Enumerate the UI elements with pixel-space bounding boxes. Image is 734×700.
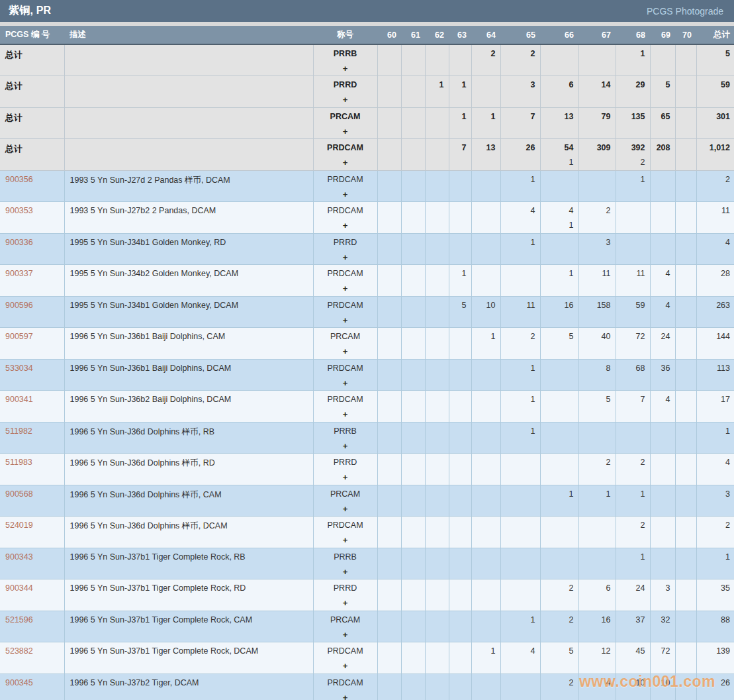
grade-count-cell bbox=[675, 265, 696, 297]
grade-count-cell: 5 bbox=[650, 76, 675, 108]
grade-count-cell bbox=[449, 611, 471, 642]
coin-description-cell: 1996 5 Yn Sun-J36d Dolphins 样币, RD bbox=[64, 454, 313, 485]
grade-count bbox=[403, 552, 420, 562]
grade-count-cell bbox=[401, 517, 425, 548]
pcgs-number-link[interactable]: 900597 bbox=[5, 332, 33, 341]
plus-designation-link[interactable]: + bbox=[314, 378, 377, 388]
pcgs-number-link[interactable]: 900336 bbox=[5, 238, 33, 247]
pcgs-number-link[interactable]: 900341 bbox=[5, 395, 33, 404]
grade-count bbox=[403, 49, 420, 59]
plus-designation-link[interactable]: + bbox=[314, 64, 377, 74]
plus-designation-link[interactable]: + bbox=[314, 598, 377, 608]
grade-count bbox=[677, 269, 692, 279]
plus-designation-link[interactable]: + bbox=[314, 346, 377, 356]
table-row: 5330341996 5 Yn Sun-J36b1 Baiji Dolphins… bbox=[0, 359, 734, 391]
plus-designation-link[interactable]: + bbox=[314, 441, 377, 451]
grade-count-cell bbox=[425, 422, 449, 454]
grade-count bbox=[618, 238, 645, 248]
grade-count-cell: 1 bbox=[578, 485, 616, 517]
grade-count bbox=[677, 238, 692, 248]
column-header-description: 描述 bbox=[64, 26, 313, 44]
plus-designation-link[interactable]: + bbox=[314, 252, 377, 262]
plus-designation-link[interactable]: + bbox=[314, 126, 377, 136]
plus-designation-link[interactable]: + bbox=[314, 472, 377, 482]
grade-count-cell: 7 bbox=[449, 139, 471, 171]
plus-designation-link[interactable]: + bbox=[314, 504, 377, 514]
pcgs-number-link[interactable]: 900353 bbox=[5, 206, 33, 215]
grade-count bbox=[403, 395, 420, 405]
grade-count: 54 bbox=[542, 143, 574, 153]
pcgs-number-cell: 总计 bbox=[0, 76, 64, 108]
grade-count-cell: 24 bbox=[650, 328, 675, 360]
designation-label: PRRB bbox=[314, 49, 377, 59]
designation-label: PRDCAM bbox=[314, 206, 377, 216]
designation-cell: PRDCAM+ bbox=[313, 674, 377, 700]
pcgs-number-link[interactable]: 511982 bbox=[5, 426, 32, 436]
grade-count bbox=[473, 206, 496, 216]
coin-description-cell: 1996 5 Yn Sun-J37b1 Tiger Complete Rock,… bbox=[64, 579, 313, 611]
grade-count bbox=[542, 238, 574, 248]
row-total-cell: 4 bbox=[696, 233, 734, 265]
designation-cell: PRCAM+ bbox=[313, 107, 377, 139]
pcgs-number-link[interactable]: 900345 bbox=[5, 678, 33, 687]
pcgs-number-link[interactable]: 521596 bbox=[5, 615, 33, 625]
grade-count-cell bbox=[578, 517, 616, 548]
plus-designation-link[interactable]: + bbox=[314, 409, 377, 419]
plus-designation-link[interactable]: + bbox=[314, 630, 377, 640]
plus-designation-link[interactable]: + bbox=[314, 535, 377, 545]
grade-count: 1 bbox=[502, 426, 535, 436]
plus-designation-link[interactable]: + bbox=[314, 693, 377, 700]
grade-count: 2 bbox=[502, 49, 535, 59]
pcgs-photograde-link[interactable]: PCGS Photograde bbox=[647, 6, 723, 17]
plus-designation-link[interactable]: + bbox=[314, 661, 377, 671]
pcgs-number-link[interactable]: 900343 bbox=[5, 552, 33, 562]
grade-count-cell bbox=[650, 548, 675, 579]
grade-count bbox=[677, 175, 692, 185]
grade-count: 7 bbox=[502, 112, 535, 122]
pcgs-number-cell: 900356 bbox=[0, 170, 64, 202]
table-row: 5215961996 5 Yn Sun-J37b1 Tiger Complete… bbox=[0, 611, 734, 642]
plus-designation-link[interactable]: + bbox=[314, 283, 377, 293]
grade-count: 29 bbox=[618, 80, 645, 90]
pcgs-number-link[interactable]: 524019 bbox=[5, 521, 33, 530]
plus-designation-link[interactable]: + bbox=[314, 158, 377, 168]
grade-count-cell: 2 bbox=[540, 611, 578, 642]
coin-description: 1996 5 Yn Sun-J36d Dolphins 样币, RB bbox=[70, 427, 215, 436]
row-total-count: 113 bbox=[698, 364, 731, 374]
grade-count bbox=[427, 552, 444, 562]
grade-count bbox=[379, 521, 396, 530]
grade-count-cell: 6 bbox=[578, 579, 616, 611]
grade-count bbox=[451, 49, 467, 59]
grade-count-cell bbox=[500, 579, 540, 611]
row-total-cell: 88 bbox=[696, 611, 734, 642]
pcgs-number-link[interactable]: 900568 bbox=[5, 489, 33, 499]
designation-label: PRRD bbox=[314, 458, 377, 468]
grade-count: 5 bbox=[542, 332, 574, 342]
grade-count bbox=[427, 238, 444, 248]
grade-count-cell: 24 bbox=[616, 579, 650, 611]
pcgs-number-link[interactable]: 523882 bbox=[5, 646, 33, 656]
pcgs-number-link[interactable]: 900337 bbox=[5, 269, 33, 278]
plus-designation-link[interactable]: + bbox=[314, 567, 377, 577]
designation-label: PRDCAM bbox=[314, 143, 377, 153]
table-row: 9003531993 5 Yn Sun-J27b2 2 Pandas, DCAM… bbox=[0, 202, 734, 234]
grade-count-cell bbox=[471, 485, 500, 517]
row-total-count: 4 bbox=[698, 238, 731, 248]
pcgs-number-link[interactable]: 900356 bbox=[5, 175, 33, 184]
plus-designation-link[interactable]: + bbox=[314, 315, 377, 325]
plus-designation-link[interactable]: + bbox=[314, 189, 377, 199]
plus-designation-link[interactable]: + bbox=[314, 95, 377, 105]
pcgs-number-link[interactable]: 533034 bbox=[5, 364, 33, 373]
grade-count bbox=[403, 426, 420, 436]
designation-cell: PRCAM+ bbox=[313, 485, 377, 517]
pcgs-number-cell: 总计 bbox=[0, 44, 64, 76]
grade-count: 2 bbox=[618, 521, 645, 530]
pcgs-number-link[interactable]: 511983 bbox=[5, 458, 32, 467]
grade-count-cell bbox=[425, 454, 449, 485]
pcgs-number-link[interactable]: 900596 bbox=[5, 301, 33, 310]
pcgs-number-link[interactable]: 900344 bbox=[5, 583, 33, 593]
grade-count bbox=[379, 112, 396, 122]
plus-designation-link[interactable]: + bbox=[314, 221, 377, 230]
grade-count-cell: 45 bbox=[616, 642, 650, 674]
row-total-cell: 35 bbox=[696, 579, 734, 611]
